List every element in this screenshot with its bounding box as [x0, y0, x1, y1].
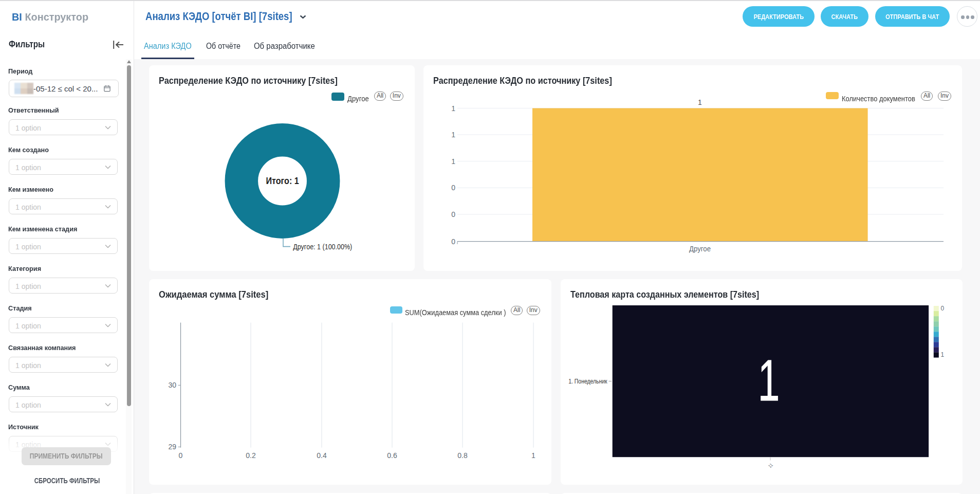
svg-text:0: 0 — [451, 237, 455, 246]
svg-text:0: 0 — [179, 451, 183, 460]
svg-text:0.2: 0.2 — [246, 451, 256, 460]
svg-text:1. Понедельник: 1. Понедельник — [568, 377, 607, 385]
svg-text:0: 0 — [451, 184, 455, 192]
svg-text:0.4: 0.4 — [317, 451, 327, 460]
svg-text:1: 1 — [451, 131, 455, 139]
svg-text:1: 1 — [941, 351, 945, 358]
svg-text:0: 0 — [451, 210, 455, 218]
svg-text:Итого: 1: Итого: 1 — [266, 176, 299, 186]
svg-text:30: 30 — [168, 381, 176, 389]
svg-text:1: 1 — [758, 348, 780, 412]
svg-text:1: 1 — [451, 104, 455, 113]
svg-text:Другое: 1 (100.00%): Другое: 1 (100.00%) — [293, 243, 352, 251]
svg-text:1: 1 — [451, 157, 455, 166]
svg-text:11: 11 — [767, 462, 774, 469]
svg-text:29: 29 — [168, 443, 176, 451]
svg-text:Другое: Другое — [689, 245, 711, 253]
svg-text:0.8: 0.8 — [457, 451, 468, 460]
svg-text:1: 1 — [531, 451, 535, 460]
svg-text:1: 1 — [698, 98, 702, 106]
svg-text:0.6: 0.6 — [387, 451, 397, 460]
svg-text:0: 0 — [941, 305, 945, 312]
